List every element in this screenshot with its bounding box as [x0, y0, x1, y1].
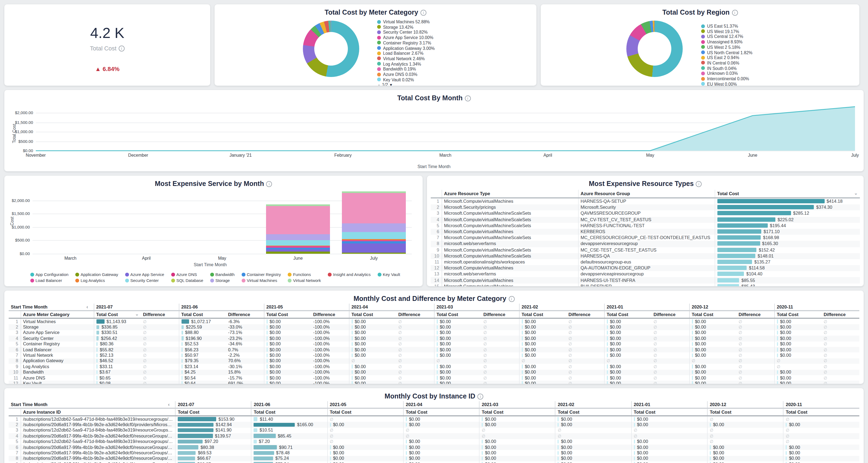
difference-cell[interactable]: ∅ — [566, 353, 604, 358]
column-header[interactable]: Total Cost⌄ — [715, 190, 860, 198]
bar-segment[interactable] — [342, 193, 406, 223]
total-cost-cell[interactable]: $50.97 — [179, 353, 226, 358]
total-cost-column-header[interactable]: Total Cost — [707, 408, 783, 416]
total-cost-cell[interactable]: $196.90 — [179, 336, 226, 341]
total-cost-cell[interactable]: $66.67 — [175, 461, 251, 463]
total-cost-cell[interactable]: $0.00 — [555, 456, 631, 461]
total-cost-cell[interactable]: $0.00 — [349, 330, 396, 336]
instance-id-cell[interactable]: /subscriptions/12d2db62-5aa9-471d-84bb-f… — [21, 428, 175, 433]
table-row[interactable]: 5Container Registry$80.36∅$52.53-34.6%$0… — [9, 341, 859, 347]
total-cost-cell[interactable]: $0.00 — [689, 353, 736, 358]
total-cost-cell[interactable]: $0.00 — [434, 347, 481, 353]
total-cost-cell[interactable]: $0.00 — [631, 461, 707, 463]
month-header[interactable]: 2021-05 — [327, 401, 403, 408]
table-row[interactable]: 8microsoft.web/serverfarmsdevappservicer… — [431, 241, 860, 247]
month-header[interactable]: 2021-03 — [434, 303, 519, 311]
difference-cell[interactable]: -100.0% — [311, 336, 349, 341]
table-row[interactable]: 9/subscriptions/20d6a917-99fa-4b1b-9b2e-… — [9, 461, 859, 463]
total-cost-cell[interactable]: ∅ — [434, 358, 481, 364]
difference-cell[interactable]: 691.0% — [226, 381, 264, 384]
total-cost-cell[interactable]: $0.00 — [264, 364, 311, 370]
legend-item[interactable]: Storage 13.42% — [377, 25, 435, 30]
resource-group-cell[interactable]: BUILDSERVER — [578, 283, 715, 286]
total-cost-cell[interactable]: $56.23 — [179, 347, 226, 353]
total-cost-cell[interactable]: $0.00 — [264, 341, 311, 347]
total-cost-cell[interactable]: $0.00 — [604, 336, 651, 341]
difference-cell[interactable]: -100.0% — [311, 375, 349, 381]
total-cost-cell[interactable]: $0.00 — [403, 439, 479, 444]
table-row[interactable]: 2Storage$336.85∅$225.59-33.0%$0.00-100.0… — [9, 324, 859, 330]
difference-cell[interactable]: ∅ — [566, 318, 604, 324]
total-cost-cell[interactable]: $0.00 — [519, 370, 566, 375]
total-cost-cell[interactable]: $0.00 — [519, 353, 566, 358]
total-cost-cell[interactable]: $0.00 — [689, 364, 736, 370]
legend-item[interactable]: Key Vault — [378, 272, 400, 277]
difference-cell[interactable]: ∅ — [481, 353, 519, 358]
total-cost-column-header[interactable]: Total Cost⌄ — [94, 311, 141, 318]
total-cost-cell[interactable]: $0.00 — [774, 353, 822, 358]
total-cost-cell[interactable]: $330.51 — [94, 330, 141, 336]
total-cost-column-header[interactable]: Total Cost — [175, 408, 251, 416]
total-cost-cell[interactable]: ∅ — [707, 439, 783, 444]
total-cost-cell[interactable]: ∅ — [783, 439, 859, 444]
difference-cell[interactable]: ∅ — [396, 358, 434, 364]
difference-cell[interactable]: ∅ — [736, 358, 774, 364]
difference-cell[interactable]: ∅ — [396, 336, 434, 341]
legend-item[interactable]: US North Central 1.82% — [701, 50, 752, 55]
total-cost-cell[interactable]: $1,143.93 — [94, 318, 141, 324]
resource-group-cell[interactable]: QAVMSSRESOURCEGROUP — [578, 211, 715, 216]
total-cost-cell[interactable]: ∅ — [403, 433, 479, 439]
legend-item[interactable]: Azure DNS 0.03% — [377, 72, 435, 77]
difference-cell[interactable]: ∅ — [736, 324, 774, 330]
total-cost-cell[interactable]: $0.00 — [434, 353, 481, 358]
total-cost-cell[interactable]: $0.00 — [434, 370, 481, 375]
difference-cell[interactable]: ∅ — [481, 347, 519, 353]
difference-cell[interactable]: ∅ — [481, 318, 519, 324]
total-cost-cell[interactable]: $0.00 — [689, 330, 736, 336]
total-cost-cell[interactable]: $0.00 — [434, 330, 481, 336]
resource-group-cell[interactable]: defaultresourcegroup-eus — [578, 259, 715, 265]
total-cost-cell[interactable]: $0.00 — [604, 347, 651, 353]
month-header[interactable]: 2021-01 — [631, 401, 707, 408]
resource-type-cell[interactable]: Microsoft.Compute/virtualMachineScaleSet… — [442, 253, 578, 259]
total-cost-cell[interactable]: $66.67 — [175, 456, 251, 461]
difference-cell[interactable]: ∅ — [651, 370, 689, 375]
difference-cell[interactable]: -6.3% — [226, 318, 264, 324]
legend-item[interactable]: Functions — [288, 272, 321, 277]
total-cost-column-header[interactable]: Total Cost — [179, 311, 226, 318]
bar-segment[interactable] — [266, 240, 330, 245]
difference-cell[interactable]: -100.0% — [311, 347, 349, 353]
resource-type-cell[interactable]: Microsoft.Compute/virtualMachineScaleSet… — [442, 247, 578, 253]
stacked-bar[interactable] — [342, 192, 406, 254]
difference-cell[interactable]: ∅ — [822, 358, 859, 364]
difference-cell[interactable]: ∅ — [566, 358, 604, 364]
difference-cell[interactable]: ∅ — [396, 318, 434, 324]
difference-cell[interactable]: ∅ — [566, 364, 604, 370]
legend-item[interactable]: Intercontinental 0.00% — [701, 77, 752, 82]
difference-cell[interactable]: ∅ — [481, 330, 519, 336]
legend-item[interactable]: Application Gateway 3.00% — [377, 46, 435, 51]
page-up-icon[interactable]: ▲ — [377, 83, 381, 86]
difference-column-header[interactable]: Difference — [822, 311, 859, 318]
difference-cell[interactable]: ∅ — [141, 347, 179, 353]
total-cost-cell[interactable]: ∅ — [479, 433, 555, 439]
total-cost-cell[interactable]: $75.24 — [251, 456, 328, 461]
total-cost-cell[interactable]: ∅ — [327, 439, 403, 444]
difference-cell[interactable]: ∅ — [396, 347, 434, 353]
difference-cell[interactable]: -30.1% — [226, 364, 264, 370]
total-cost-column-header[interactable]: Total Cost — [519, 311, 566, 318]
month-header[interactable]: 2021-04 — [403, 401, 479, 408]
total-cost-cell[interactable]: $0.00 — [774, 336, 822, 341]
table-row[interactable]: 10Bandwidth$3.67∅$4.2515.8%$0.00-100.0%$… — [9, 370, 859, 375]
difference-cell[interactable]: ∅ — [736, 364, 774, 370]
total-cost-cell[interactable]: $0.00 — [479, 461, 555, 463]
total-cost-cell[interactable]: $69.53 — [175, 450, 251, 456]
info-icon[interactable]: i — [508, 296, 515, 302]
resource-type-cell[interactable]: Microsoft.Compute/virtualMachines — [442, 198, 578, 204]
difference-cell[interactable]: -100.0% — [311, 370, 349, 375]
difference-cell[interactable]: 15.8% — [226, 370, 264, 375]
total-cost-cell[interactable]: $85.43 — [715, 283, 860, 286]
total-cost-cell[interactable]: $11.40 — [251, 416, 328, 422]
total-cost-cell[interactable]: $0.00 — [707, 450, 783, 456]
sort-chevron-icon[interactable]: ⌄ — [135, 312, 139, 317]
